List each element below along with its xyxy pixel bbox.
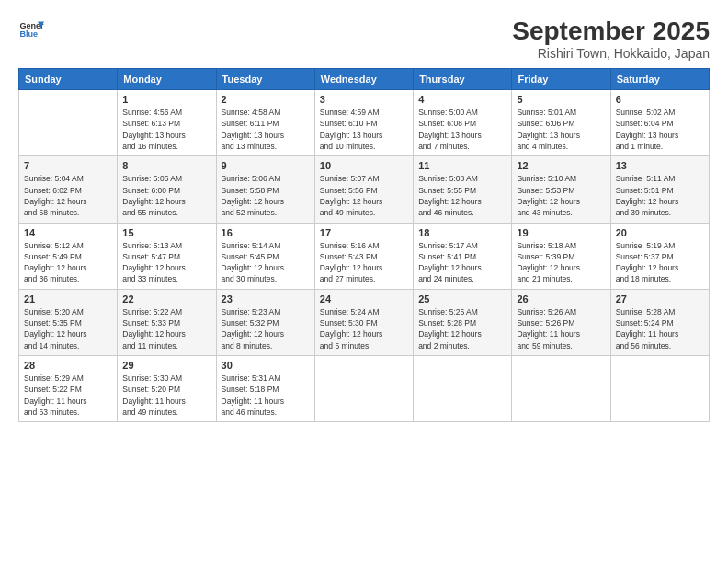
day-info: Sunrise: 5:26 AMSunset: 5:26 PMDaylight:… (517, 306, 605, 351)
day-info: Sunrise: 5:08 AMSunset: 5:55 PMDaylight:… (418, 173, 506, 218)
day-number: 14 (24, 227, 112, 238)
day-cell: 18Sunrise: 5:17 AMSunset: 5:41 PMDayligh… (414, 223, 512, 289)
day-cell: 2Sunrise: 4:58 AMSunset: 6:11 PMDaylight… (216, 90, 314, 156)
day-number: 2 (222, 94, 310, 105)
day-number: 7 (24, 160, 112, 171)
day-cell: 20Sunrise: 5:19 AMSunset: 5:37 PMDayligh… (610, 223, 709, 289)
day-cell: 7Sunrise: 5:04 AMSunset: 6:02 PMDaylight… (19, 156, 118, 223)
day-cell: 6Sunrise: 5:02 AMSunset: 6:04 PMDaylight… (610, 90, 709, 156)
day-cell (610, 356, 709, 422)
day-number: 23 (222, 293, 310, 304)
day-cell: 3Sunrise: 4:59 AMSunset: 6:10 PMDaylight… (314, 90, 413, 156)
day-cell: 24Sunrise: 5:24 AMSunset: 5:30 PMDayligh… (314, 289, 413, 355)
day-info: Sunrise: 5:18 AMSunset: 5:39 PMDaylight:… (517, 240, 605, 285)
day-info: Sunrise: 5:17 AMSunset: 5:41 PMDaylight:… (418, 240, 506, 285)
week-row-1: 7Sunrise: 5:04 AMSunset: 6:02 PMDaylight… (19, 156, 710, 223)
day-cell: 10Sunrise: 5:07 AMSunset: 5:56 PMDayligh… (314, 156, 413, 223)
day-number: 1 (122, 94, 210, 105)
header-row: SundayMondayTuesdayWednesdayThursdayFrid… (19, 69, 710, 90)
day-number: 8 (122, 160, 210, 171)
day-info: Sunrise: 5:28 AMSunset: 5:24 PMDaylight:… (616, 306, 704, 351)
day-cell (414, 356, 512, 422)
day-cell: 14Sunrise: 5:12 AMSunset: 5:49 PMDayligh… (19, 223, 118, 289)
day-number: 24 (320, 293, 408, 304)
day-info: Sunrise: 5:31 AMSunset: 5:18 PMDaylight:… (222, 373, 310, 418)
day-cell: 25Sunrise: 5:25 AMSunset: 5:28 PMDayligh… (414, 289, 512, 355)
day-number: 16 (222, 227, 310, 238)
day-number: 25 (418, 293, 506, 304)
header-cell-sunday: Sunday (19, 69, 118, 90)
day-info: Sunrise: 5:04 AMSunset: 6:02 PMDaylight:… (24, 173, 112, 218)
day-cell: 11Sunrise: 5:08 AMSunset: 5:55 PMDayligh… (414, 156, 512, 223)
header: General Blue September 2025 Rishiri Town… (18, 17, 710, 61)
day-info: Sunrise: 5:16 AMSunset: 5:43 PMDaylight:… (320, 240, 408, 285)
day-cell: 22Sunrise: 5:22 AMSunset: 5:33 PMDayligh… (118, 289, 216, 355)
day-info: Sunrise: 5:19 AMSunset: 5:37 PMDaylight:… (616, 240, 704, 285)
day-info: Sunrise: 5:20 AMSunset: 5:35 PMDaylight:… (24, 306, 112, 351)
day-info: Sunrise: 5:10 AMSunset: 5:53 PMDaylight:… (517, 173, 605, 218)
day-cell: 28Sunrise: 5:29 AMSunset: 5:22 PMDayligh… (19, 356, 118, 422)
day-cell: 4Sunrise: 5:00 AMSunset: 6:08 PMDaylight… (414, 90, 512, 156)
header-cell-tuesday: Tuesday (216, 69, 314, 90)
day-cell (512, 356, 610, 422)
week-row-0: 1Sunrise: 4:56 AMSunset: 6:13 PMDaylight… (19, 90, 710, 156)
day-info: Sunrise: 5:12 AMSunset: 5:49 PMDaylight:… (24, 240, 112, 285)
day-info: Sunrise: 5:25 AMSunset: 5:28 PMDaylight:… (418, 306, 506, 351)
day-cell: 8Sunrise: 5:05 AMSunset: 6:00 PMDaylight… (118, 156, 216, 223)
day-cell: 27Sunrise: 5:28 AMSunset: 5:24 PMDayligh… (610, 289, 709, 355)
header-cell-saturday: Saturday (610, 69, 709, 90)
day-info: Sunrise: 5:29 AMSunset: 5:22 PMDaylight:… (24, 373, 112, 418)
day-cell: 1Sunrise: 4:56 AMSunset: 6:13 PMDaylight… (118, 90, 216, 156)
day-number: 13 (616, 160, 704, 171)
day-info: Sunrise: 5:05 AMSunset: 6:00 PMDaylight:… (122, 173, 210, 218)
day-info: Sunrise: 5:13 AMSunset: 5:47 PMDaylight:… (122, 240, 210, 285)
day-info: Sunrise: 5:00 AMSunset: 6:08 PMDaylight:… (418, 107, 506, 152)
day-number: 29 (122, 360, 210, 371)
week-row-3: 21Sunrise: 5:20 AMSunset: 5:35 PMDayligh… (19, 289, 710, 355)
day-number: 21 (24, 293, 112, 304)
day-number: 19 (517, 227, 605, 238)
day-info: Sunrise: 5:30 AMSunset: 5:20 PMDaylight:… (122, 373, 210, 418)
day-number: 18 (418, 227, 506, 238)
day-number: 20 (616, 227, 704, 238)
day-number: 3 (320, 94, 408, 105)
day-info: Sunrise: 4:58 AMSunset: 6:11 PMDaylight:… (222, 107, 310, 152)
day-info: Sunrise: 5:07 AMSunset: 5:56 PMDaylight:… (320, 173, 408, 218)
day-cell (19, 90, 118, 156)
day-number: 11 (418, 160, 506, 171)
day-cell: 13Sunrise: 5:11 AMSunset: 5:51 PMDayligh… (610, 156, 709, 223)
calendar-table: SundayMondayTuesdayWednesdayThursdayFrid… (18, 68, 710, 422)
day-number: 12 (517, 160, 605, 171)
day-cell: 30Sunrise: 5:31 AMSunset: 5:18 PMDayligh… (216, 356, 314, 422)
day-number: 28 (24, 360, 112, 371)
day-info: Sunrise: 4:59 AMSunset: 6:10 PMDaylight:… (320, 107, 408, 152)
day-number: 4 (418, 94, 506, 105)
day-cell: 12Sunrise: 5:10 AMSunset: 5:53 PMDayligh… (512, 156, 610, 223)
logo: General Blue (18, 17, 44, 42)
header-cell-wednesday: Wednesday (314, 69, 413, 90)
day-info: Sunrise: 5:06 AMSunset: 5:58 PMDaylight:… (222, 173, 310, 218)
day-info: Sunrise: 5:23 AMSunset: 5:32 PMDaylight:… (222, 306, 310, 351)
week-row-2: 14Sunrise: 5:12 AMSunset: 5:49 PMDayligh… (19, 223, 710, 289)
day-info: Sunrise: 5:02 AMSunset: 6:04 PMDaylight:… (616, 107, 704, 152)
header-cell-monday: Monday (118, 69, 216, 90)
day-cell: 17Sunrise: 5:16 AMSunset: 5:43 PMDayligh… (314, 223, 413, 289)
day-number: 17 (320, 227, 408, 238)
day-cell: 16Sunrise: 5:14 AMSunset: 5:45 PMDayligh… (216, 223, 314, 289)
month-title: September 2025 (512, 17, 710, 46)
day-cell (314, 356, 413, 422)
day-number: 27 (616, 293, 704, 304)
day-info: Sunrise: 5:22 AMSunset: 5:33 PMDaylight:… (122, 306, 210, 351)
logo-icon: General Blue (18, 17, 44, 42)
day-number: 5 (517, 94, 605, 105)
day-cell: 19Sunrise: 5:18 AMSunset: 5:39 PMDayligh… (512, 223, 610, 289)
day-number: 10 (320, 160, 408, 171)
day-cell: 21Sunrise: 5:20 AMSunset: 5:35 PMDayligh… (19, 289, 118, 355)
week-row-4: 28Sunrise: 5:29 AMSunset: 5:22 PMDayligh… (19, 356, 710, 422)
day-number: 30 (222, 360, 310, 371)
day-number: 6 (616, 94, 704, 105)
header-cell-friday: Friday (512, 69, 610, 90)
day-cell: 9Sunrise: 5:06 AMSunset: 5:58 PMDaylight… (216, 156, 314, 223)
title-block: September 2025 Rishiri Town, Hokkaido, J… (512, 17, 710, 61)
day-cell: 26Sunrise: 5:26 AMSunset: 5:26 PMDayligh… (512, 289, 610, 355)
